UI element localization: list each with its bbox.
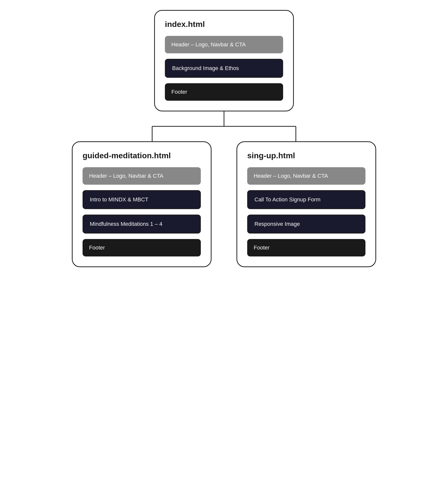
signup-branch: sing-up.html Header – Logo, Navbar & CTA…: [236, 141, 376, 267]
section-block: Background Image & Ethos: [165, 59, 283, 78]
index-card: index.html Header – Logo, Navbar & CTABa…: [154, 10, 294, 111]
signup-card: sing-up.html Header – Logo, Navbar & CTA…: [236, 141, 376, 267]
guided-title: guided-meditation.html: [83, 151, 201, 160]
bottom-section: guided-meditation.html Header – Logo, Na…: [72, 141, 376, 267]
guided-card: guided-meditation.html Header – Logo, Na…: [72, 141, 212, 267]
section-block: Footer: [247, 239, 365, 256]
section-block: Mindfulness Meditations 1 – 4: [83, 215, 201, 234]
signup-title: sing-up.html: [247, 151, 365, 160]
section-block: Header – Logo, Navbar & CTA: [247, 167, 365, 185]
section-block: Call To Action Signup Form: [247, 190, 365, 209]
section-block: Header – Logo, Navbar & CTA: [165, 36, 283, 53]
section-block: Footer: [83, 239, 201, 256]
section-block: Responsive Image: [247, 215, 365, 234]
section-block: Footer: [165, 83, 283, 101]
index-title: index.html: [165, 20, 283, 29]
guided-branch: guided-meditation.html Header – Logo, Na…: [72, 141, 212, 267]
main-connector-svg: [112, 111, 336, 141]
diagram-container: index.html Header – Logo, Navbar & CTABa…: [24, 10, 424, 267]
section-block: Intro to MINDX & MBCT: [83, 190, 201, 209]
section-block: Header – Logo, Navbar & CTA: [83, 167, 201, 185]
